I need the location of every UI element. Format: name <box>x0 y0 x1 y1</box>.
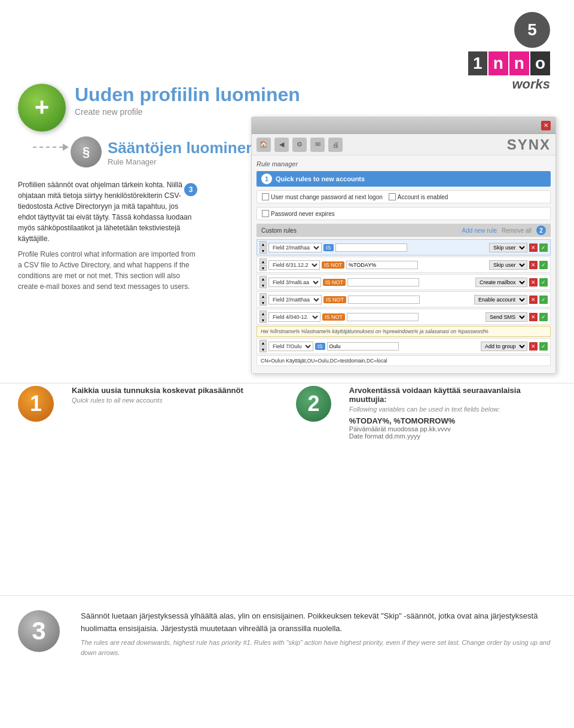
arrow-down-3[interactable]: ▼ <box>259 282 267 288</box>
option-account-label: Account is enabled <box>398 194 448 200</box>
rule-ok-3[interactable]: ✓ <box>539 278 548 287</box>
rule-arrows-3[interactable]: ▲ ▼ <box>259 276 267 288</box>
rule-delete-2[interactable]: ✕ <box>529 261 538 269</box>
rule-ok-1[interactable]: ✓ <box>539 243 548 252</box>
cb-password-change[interactable] <box>262 193 269 200</box>
arrow-up-2[interactable]: ▲ <box>259 258 267 264</box>
field-select-1[interactable]: Field 2/matthaa <box>268 243 322 252</box>
arrow-down-5[interactable]: ▼ <box>259 317 267 323</box>
sub-title: Create new profile <box>75 107 300 117</box>
arrow-down-group[interactable]: ▼ <box>259 346 267 352</box>
step3-badge: 3 <box>184 183 197 196</box>
value-input-2[interactable] <box>346 261 418 269</box>
value-input-5[interactable] <box>347 313 419 321</box>
rule-arrows-5[interactable]: ▲ ▼ <box>259 310 267 323</box>
cn-row: CN=Oulun Käyttäjät,OU=Oulu,DC=testdomain… <box>257 355 551 366</box>
arrow-head <box>63 144 69 151</box>
rule-delete-1[interactable]: ✕ <box>529 243 538 252</box>
logo-blocks: 1 n n o <box>468 51 550 75</box>
rule-row-3: ▲ ▼ Field 3/malti.aa IS NOT Create mailb… <box>257 274 551 290</box>
synx-logo: SYNX <box>507 136 551 153</box>
toolbar-home-icon[interactable]: 🏠 <box>257 138 271 152</box>
value-input-4[interactable] <box>348 296 420 304</box>
rule-ok-group[interactable]: ✓ <box>539 342 548 351</box>
plus-icon: + <box>35 95 50 120</box>
section1-title-eng: Quick rules to all new accounts <box>72 397 243 404</box>
field-select-5[interactable]: Field 4/040-12. <box>268 312 320 322</box>
option-password-expires[interactable]: Password never expires <box>262 210 335 217</box>
rule-delete-group[interactable]: ✕ <box>529 342 538 351</box>
section-block-2: 2 Arvokentässä voidaan käyttää seuraavan… <box>296 386 556 440</box>
condition-group: IS <box>315 343 325 350</box>
rule-manager-label: Rule manager <box>257 160 551 167</box>
rule-arrows-1[interactable]: ▲ ▼ <box>259 241 267 254</box>
section2-text: Arvokentässä voidaan käyttää seuraavanla… <box>349 386 556 440</box>
arrow-down-2[interactable]: ▼ <box>259 265 267 271</box>
option-password-change[interactable]: User must change password at next logon <box>262 193 383 200</box>
condition-5: IS NOT <box>322 313 345 321</box>
remove-all-button[interactable]: Remove all <box>502 227 532 234</box>
rule-arrows-4[interactable]: ▲ ▼ <box>259 293 267 306</box>
value-input-group[interactable] <box>327 342 399 351</box>
step1-bar: 1 Quick rules to new accounts <box>257 171 551 187</box>
value-input-3[interactable] <box>347 278 419 287</box>
arrow-up-3[interactable]: ▲ <box>259 276 267 282</box>
section2-highlight-sub: Päivämäärät muodossa pp.kk.vvvv <box>349 425 556 432</box>
rule-delete-5[interactable]: ✕ <box>529 313 538 321</box>
action-select-1[interactable]: Skip user <box>489 243 527 252</box>
section2-title-fin: Arvokentässä voidaan käyttää seuraavanla… <box>349 386 556 404</box>
rule-arrows-2[interactable]: ▲ ▼ <box>259 258 267 271</box>
step1-number: 1 <box>261 173 272 184</box>
toolbar-gear-icon[interactable]: ⚙ <box>292 138 307 152</box>
logo-block-n2: n <box>509 51 529 75</box>
arrow-down-1[interactable]: ▼ <box>259 248 267 254</box>
value-input-1[interactable] <box>335 243 407 252</box>
screenshot-panel: ✕ 🏠 ◀ ⚙ ✉ 🖨 SYNX Rule manager 1 Quick ru… <box>251 117 556 374</box>
rule-row-4: ▲ ▼ Field 2/matthaa IS NOT Enable accoun… <box>257 291 551 307</box>
rule-ok-5[interactable]: ✓ <box>539 313 548 321</box>
action-select-2[interactable]: Skip user <box>489 260 527 270</box>
cb-password-expires[interactable] <box>262 210 269 217</box>
field-select-4[interactable]: Field 2/matthaa <box>268 295 322 304</box>
field-select-group[interactable]: Field 7/Oulu <box>268 342 313 351</box>
step1-options-2: Password never expires <box>257 207 551 220</box>
action-select-5[interactable]: Send SMS <box>486 312 527 322</box>
field-select-2[interactable]: Field 6/31.12.2 <box>268 260 320 270</box>
col-left: 1 Kaikkia uusia tunnuksia koskevat pikas… <box>18 386 278 452</box>
rule-action-group: Add to group ✕ ✓ <box>481 342 548 351</box>
section2-icon: § <box>71 136 102 167</box>
rule-ok-4[interactable]: ✓ <box>539 296 548 304</box>
option-account-enabled[interactable]: Account is enabled <box>389 193 448 200</box>
rule-ok-2[interactable]: ✓ <box>539 261 548 269</box>
action-select-4[interactable]: Enable account <box>474 295 527 304</box>
step2-badge: 2 <box>536 226 546 235</box>
close-button[interactable]: ✕ <box>541 121 551 130</box>
arrow-down-4[interactable]: ▼ <box>259 300 267 306</box>
screenshot-body: Rule manager 1 Quick rules to new accoun… <box>252 156 555 373</box>
main-title: Uuden profiilin luominen <box>75 84 300 106</box>
arrow-up-1[interactable]: ▲ <box>259 241 267 247</box>
condition-2: IS NOT <box>322 261 344 269</box>
toolbar-back-icon[interactable]: ◀ <box>274 138 289 152</box>
cb-account-enabled[interactable] <box>389 193 396 200</box>
rule-delete-4[interactable]: ✕ <box>529 296 538 304</box>
page-number-badge: 5 <box>514 12 550 48</box>
rule-arrows-group[interactable]: ▲ ▼ <box>259 340 267 352</box>
toolbar-print-icon[interactable]: 🖨 <box>328 138 343 152</box>
field-select-3[interactable]: Field 3/malti.aa <box>268 278 321 287</box>
arrow-up-5[interactable]: ▲ <box>259 310 267 316</box>
arrow-up-group[interactable]: ▲ <box>259 340 267 346</box>
arrow-up-4[interactable]: ▲ <box>259 293 267 299</box>
add-new-rule-button[interactable]: Add new rule <box>462 227 497 234</box>
sms-text-row: Hei %firstname% %lastname% käyttäjätunnu… <box>257 326 551 337</box>
badge-3: 3 <box>18 610 60 652</box>
action-select-group[interactable]: Add to group <box>481 342 527 351</box>
titlebar: ✕ <box>252 117 555 134</box>
rule-row-1: ▲ ▼ Field 2/matthaa IS Skip user ✕ ✓ <box>257 239 551 255</box>
rule-action-2: Skip user ✕ ✓ <box>489 260 548 270</box>
rule-delete-3[interactable]: ✕ <box>529 278 538 287</box>
col-right: 2 Arvokentässä voidaan käyttää seuraavan… <box>296 386 556 452</box>
action-select-3[interactable]: Create mailbox <box>475 278 527 287</box>
left-text-content: Profiilien säännöt ovat ohjelman tärkein… <box>18 179 197 297</box>
toolbar-email-icon[interactable]: ✉ <box>310 138 325 152</box>
